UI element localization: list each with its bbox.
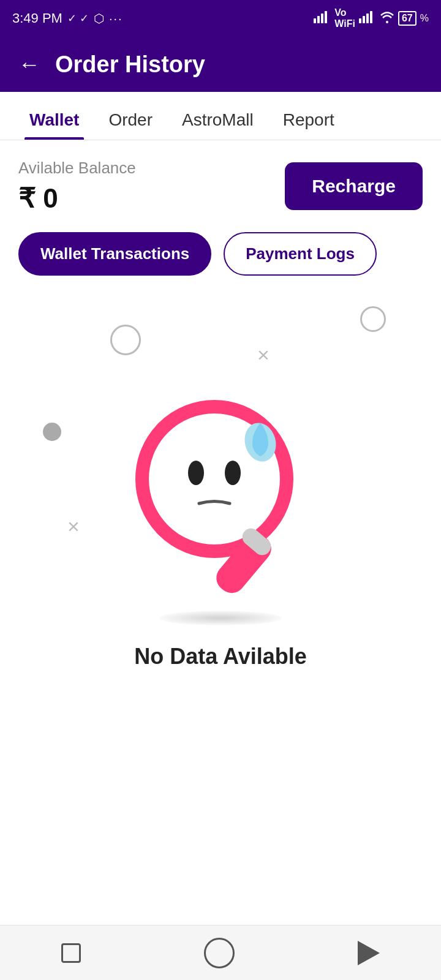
nav-home-button[interactable]	[61, 943, 81, 963]
balance-label: Avilable Balance	[18, 159, 136, 178]
page-title: Order History	[55, 51, 205, 78]
circle-icon	[204, 938, 235, 968]
check-icons: ✓ ✓	[67, 12, 89, 25]
battery-percent: %	[420, 13, 429, 24]
battery-icon: 67	[398, 11, 417, 26]
status-bar: 3:49 PM ✓ ✓ ⬡ ··· VoWiFi	[0, 0, 441, 37]
tabs-container: Wallet Order AstroMall Report	[0, 98, 441, 140]
nav-circle-button[interactable]	[204, 938, 235, 968]
svg-rect-4	[359, 18, 361, 23]
time: 3:49 PM	[12, 10, 62, 26]
deco-circle-2	[360, 306, 386, 332]
deco-x-1: ×	[257, 343, 270, 367]
recharge-button[interactable]: Recharge	[285, 162, 423, 210]
svg-rect-3	[325, 11, 327, 23]
balance-amount: ₹ 0	[18, 183, 136, 214]
svg-rect-5	[363, 16, 365, 23]
more-icon: ···	[109, 12, 123, 26]
vowifi-label: VoWiFi	[334, 7, 355, 29]
signal2-icon	[359, 11, 376, 26]
toggle-section: Wallet Transactions Payment Logs	[0, 226, 441, 288]
tab-wallet[interactable]: Wallet	[15, 98, 94, 140]
back-button[interactable]: ←	[18, 51, 40, 77]
deco-x-2: ×	[67, 514, 80, 538]
status-bar-left: 3:49 PM ✓ ✓ ⬡ ···	[12, 10, 123, 26]
square-icon	[61, 943, 81, 963]
svg-rect-7	[370, 11, 372, 23]
top-bar: ← Order History	[0, 37, 441, 92]
wifi-icon	[380, 11, 394, 26]
magnifier-illustration	[116, 384, 325, 617]
empty-state: × × No Data Avilable	[0, 288, 441, 717]
payment-logs-button[interactable]: Payment Logs	[224, 232, 377, 276]
dropbox-icon: ⬡	[94, 11, 104, 26]
signal-icon	[314, 11, 331, 26]
wallet-transactions-button[interactable]: Wallet Transactions	[18, 232, 211, 276]
status-bar-right: VoWiFi 67 %	[314, 7, 429, 29]
nav-back-button[interactable]	[358, 941, 380, 965]
tab-astromall[interactable]: AstroMall	[167, 98, 268, 140]
tab-report[interactable]: Report	[268, 98, 349, 140]
balance-info: Avilable Balance ₹ 0	[18, 159, 136, 214]
balance-section: Avilable Balance ₹ 0 Recharge	[0, 140, 441, 226]
svg-rect-1	[317, 16, 320, 23]
no-data-message: No Data Avilable	[134, 644, 306, 669]
svg-rect-2	[321, 13, 323, 23]
deco-dot	[43, 423, 61, 441]
svg-rect-0	[314, 18, 316, 23]
svg-rect-6	[366, 13, 369, 23]
svg-point-10	[188, 461, 204, 485]
tab-order[interactable]: Order	[94, 98, 167, 140]
triangle-icon	[358, 941, 380, 965]
deco-circle-1	[110, 325, 141, 355]
svg-point-11	[225, 461, 241, 485]
bottom-nav	[0, 925, 441, 980]
